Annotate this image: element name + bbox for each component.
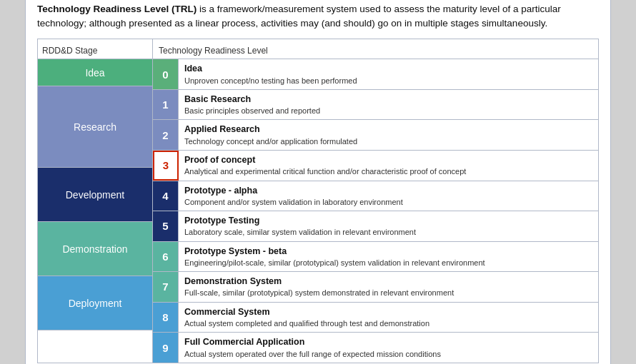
trl-row: 2Applied ResearchTechnology concept and/… [153, 120, 598, 151]
trl-table: RDD&D Stage Idea Research Development De… [37, 39, 599, 363]
trl-title-8: Commercial System [184, 306, 429, 318]
trl-title-2: Applied Research [184, 123, 357, 135]
trl-number-6: 6 [153, 242, 179, 272]
trl-number-8: 8 [153, 303, 179, 333]
trl-subtitle-7: Full-scale, similar (prototypical) syste… [184, 288, 454, 298]
trl-number-3: 3 [153, 151, 179, 181]
stage-demonstration: Demonstration [38, 222, 152, 276]
trl-number-4: 4 [153, 181, 179, 211]
trl-subtitle-0: Unproven concept/no testing has been per… [184, 76, 357, 86]
stage-research: Research [38, 86, 152, 168]
trl-row: 3Proof of conceptAnalytical and experime… [153, 151, 598, 181]
trl-title-5: Prototype Testing [184, 215, 416, 226]
trl-title-0: Idea [184, 63, 357, 74]
trl-desc-1: Basic ResearchBasic principles observed … [179, 90, 326, 120]
trl-row: 6Prototype System - betaEngineering/pilo… [153, 242, 598, 273]
main-card: Technology Readiness Level (TRL) is a fr… [25, 0, 611, 364]
trl-subtitle-6: Engineering/pilot-scale, similar (protot… [184, 258, 485, 268]
trl-title-6: Prototype System - beta [184, 246, 485, 257]
trl-row: 9Full Commercial ApplicationActual syste… [153, 333, 598, 363]
trl-row: 5Prototype TestingLaboratory scale, simi… [153, 211, 598, 242]
stage-research-label: Research [74, 121, 116, 133]
intro-paragraph: Technology Readiness Level (TRL) is a fr… [37, 2, 599, 30]
trl-row: 0IdeaUnproven concept/no testing has bee… [153, 59, 598, 90]
trl-desc-3: Proof of conceptAnalytical and experimen… [179, 151, 472, 181]
stage-demonstration-label: Demonstration [62, 243, 127, 255]
trl-desc-4: Prototype - alphaComponent and/or system… [179, 181, 409, 211]
trl-subtitle-8: Actual system completed and qualified th… [184, 318, 429, 328]
stage-development-label: Development [66, 189, 125, 201]
trl-row: 1Basic ResearchBasic principles observed… [153, 90, 598, 121]
stage-development: Development [38, 168, 152, 222]
trl-subtitle-9: Actual system operated over the full ran… [184, 349, 441, 359]
stage-idea: Idea [38, 59, 152, 86]
trl-subtitle-4: Component and/or system validation in la… [184, 197, 403, 207]
trl-column-header: Technology Readiness Level [153, 39, 598, 59]
trl-number-0: 0 [153, 59, 179, 89]
trl-number-7: 7 [153, 272, 179, 302]
stage-idea-label: Idea [85, 67, 104, 79]
trl-number-9: 9 [153, 333, 179, 363]
stage-deployment-label: Deployment [69, 298, 122, 309]
trl-column: Technology Readiness Level 0IdeaUnproven… [152, 39, 598, 362]
trl-desc-0: IdeaUnproven concept/no testing has been… [179, 59, 363, 89]
trl-header-label: Technology Readiness Level [159, 46, 268, 56]
trl-title-4: Prototype - alpha [184, 185, 403, 196]
trl-subtitle-5: Laboratory scale, similar system validat… [184, 227, 416, 237]
trl-desc-7: Demonstration SystemFull-scale, similar … [179, 272, 459, 302]
stage-column-header: RDD&D Stage [38, 39, 152, 59]
trl-desc-9: Full Commercial ApplicationActual system… [179, 333, 447, 363]
trl-subtitle-1: Basic principles observed and reported [184, 106, 320, 116]
trl-row: 4Prototype - alphaComponent and/or syste… [153, 181, 598, 212]
stage-column: RDD&D Stage Idea Research Development De… [38, 39, 152, 362]
trl-term: Technology Readiness Level (TRL) [37, 4, 197, 14]
trl-title-3: Proof of concept [184, 154, 466, 166]
trl-number-1: 1 [153, 90, 179, 120]
trl-subtitle-3: Analytical and experimental critical fun… [184, 166, 466, 176]
trl-number-5: 5 [153, 211, 179, 241]
trl-desc-5: Prototype TestingLaboratory scale, simil… [179, 211, 422, 241]
stage-deployment: Deployment [38, 276, 152, 330]
stage-header-label: RDD&D Stage [42, 46, 97, 56]
trl-number-2: 2 [153, 120, 179, 150]
trl-desc-8: Commercial SystemActual system completed… [179, 303, 435, 333]
trl-desc-6: Prototype System - betaEngineering/pilot… [179, 242, 491, 272]
trl-subtitle-2: Technology concept and/or application fo… [184, 136, 357, 146]
trl-title-1: Basic Research [184, 93, 320, 105]
trl-title-7: Demonstration System [184, 275, 454, 287]
trl-row: 7Demonstration SystemFull-scale, similar… [153, 272, 598, 303]
trl-row: 8Commercial SystemActual system complete… [153, 303, 598, 333]
trl-title-9: Full Commercial Application [184, 336, 441, 348]
trl-desc-2: Applied ResearchTechnology concept and/o… [179, 120, 363, 150]
